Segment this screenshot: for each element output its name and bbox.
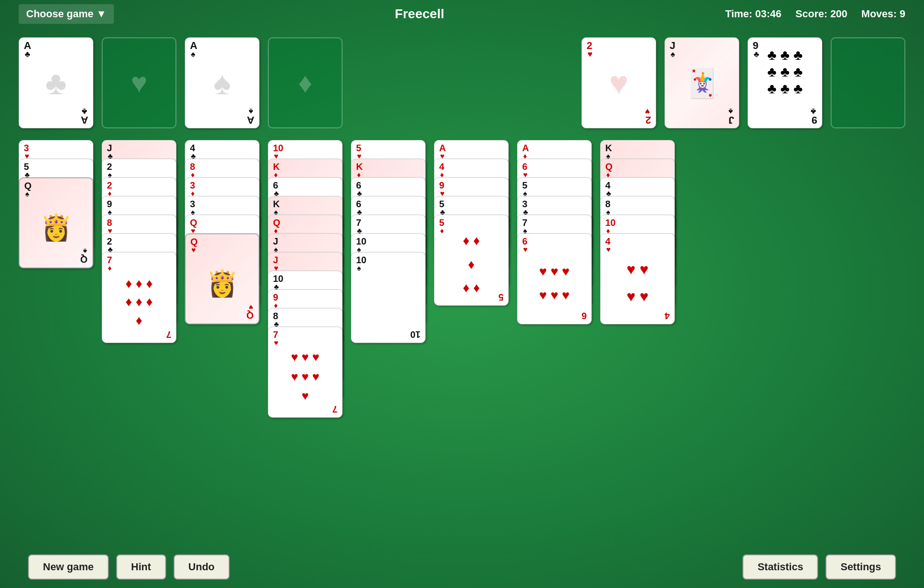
fc1-center: ♣ xyxy=(45,64,67,102)
column-7[interactable]: A ♦ 6 ♥ 5 ♠ 3 ♣ 7 ♠ 6 ♥ ♥ ♥ ♥♥ ♥ ♥ xyxy=(517,140,592,418)
card-c8-6[interactable]: 4 ♥ ♥ ♥♥ ♥ 4 xyxy=(600,233,675,324)
choose-game-button[interactable]: Choose game ▼ xyxy=(19,4,114,24)
column-6[interactable]: A ♥ 4 ♦ 9 ♥ 5 ♣ 5 ♦ ♦ ♦♦♦ ♦ 5 xyxy=(434,140,509,418)
fc3-suit-bot: ♠ xyxy=(249,107,253,116)
fc3-suit-top: ♠ xyxy=(191,50,196,58)
fc1-suit-bot: ♣ xyxy=(82,107,87,116)
f1-rank-bot: 2 xyxy=(645,115,651,125)
foundation-3[interactable]: 9 ♣ ♣ ♣ ♣♣ ♣ ♣♣ ♣ ♣ 9 ♣ xyxy=(748,37,822,128)
fc1-suit-top: ♣ xyxy=(25,50,30,58)
hint-button[interactable]: Hint xyxy=(116,554,166,580)
fc2-icon: ♥ xyxy=(131,67,147,99)
fc3-rank-bot: A xyxy=(247,115,254,125)
column-3[interactable]: 4 ♣ 8 ♦ 3 ♦ 3 ♠ Q ♥ Q ♥ 👸 xyxy=(185,140,259,418)
columns-row: 3 ♥ 5 ♣ Q ♠ 👸 Q ♠ J ♣ 2 ♠ xyxy=(19,140,905,418)
f1-suit-top: ♥ xyxy=(588,50,593,58)
card-c2-7[interactable]: 7 ♦ ♦ ♦ ♦♦ ♦ ♦♦ 7 xyxy=(102,252,176,343)
f2-face: 🃏 xyxy=(685,66,720,99)
fc4-icon: ♦ xyxy=(298,67,313,99)
settings-button[interactable]: Settings xyxy=(826,554,896,580)
f2-rank-bot: J xyxy=(728,115,734,125)
statistics-button[interactable]: Statistics xyxy=(742,554,818,580)
foundation-1[interactable]: 2 ♥ ♥ 2 ♥ xyxy=(581,37,656,128)
moves-display: Moves: 9 xyxy=(861,8,905,20)
foundation-4[interactable] xyxy=(831,37,905,128)
column-1[interactable]: 3 ♥ 5 ♣ Q ♠ 👸 Q ♠ xyxy=(19,140,93,418)
f1-center: ♥ xyxy=(609,64,629,102)
column-8[interactable]: K ♠ Q ♦ 4 ♣ 8 ♠ 10 ♦ 4 ♥ ♥ ♥♥ ♥ xyxy=(600,140,675,418)
card-c5-7[interactable]: 10 ♠ 10 xyxy=(351,252,426,343)
card-c3-6[interactable]: Q ♥ 👸 Q ♥ xyxy=(185,233,259,324)
header: Choose game ▼ Freecell Time: 03:46 Score… xyxy=(0,0,924,28)
stats-bar: Time: 03:46 Score: 200 Moves: 9 xyxy=(725,8,905,20)
f2-suit-top: ♠ xyxy=(671,50,675,58)
game-title: Freecell xyxy=(114,7,725,21)
footer-right-buttons: Statistics Settings xyxy=(742,554,896,580)
score-display: Score: 200 xyxy=(796,8,847,20)
fc1-rank-bot: A xyxy=(81,115,88,125)
freecell-2[interactable]: ♥ xyxy=(102,37,176,128)
f3-suit-top: ♣ xyxy=(754,50,759,58)
column-5[interactable]: 5 ♥ K ♦ 6 ♣ 6 ♣ 7 ♣ 10 ♠ ♠♠♠♠♠♠♠♠♠ xyxy=(351,140,426,418)
game-area: A ♣ ♣ A ♣ ♥ A ♠ ♠ A ♠ ♦ 2 ♥ ♥ 2 ♥ xyxy=(0,28,924,546)
f2-suit-bot: ♠ xyxy=(728,107,733,116)
fc3-center: ♠ xyxy=(213,64,231,102)
freecell-1[interactable]: A ♣ ♣ A ♣ xyxy=(19,37,93,128)
freecell-4[interactable]: ♦ xyxy=(268,37,343,128)
card-c6-5[interactable]: 5 ♦ ♦ ♦♦♦ ♦ 5 xyxy=(434,215,509,306)
undo-button[interactable]: Undo xyxy=(174,554,230,580)
foundation-2[interactable]: J ♠ 🃏 J ♠ xyxy=(665,37,739,128)
f3-suit-bot: ♣ xyxy=(811,107,816,116)
footer-left-buttons: New game Hint Undo xyxy=(28,554,230,580)
f1-suit-bot: ♥ xyxy=(645,107,650,116)
column-2[interactable]: J ♣ 2 ♠ 2 ♦ 9 ♠ 8 ♥ 2 ♣ xyxy=(102,140,176,418)
column-4[interactable]: 10 ♥ K ♦ 6 ♣ K ♠ Q ♦ J ♠ xyxy=(268,140,343,418)
top-row: A ♣ ♣ A ♣ ♥ A ♠ ♠ A ♠ ♦ 2 ♥ ♥ 2 ♥ xyxy=(19,37,905,131)
time-display: Time: 03:46 xyxy=(725,8,782,20)
card-c1-3[interactable]: Q ♠ 👸 Q ♠ xyxy=(19,177,93,268)
footer: New game Hint Undo Statistics Settings xyxy=(0,546,924,588)
card-c7-6[interactable]: 6 ♥ ♥ ♥ ♥♥ ♥ ♥ 6 xyxy=(517,233,592,324)
card-c4-11[interactable]: 7 ♥ ♥ ♥ ♥♥ ♥ ♥♥ 7 xyxy=(268,327,343,418)
new-game-button[interactable]: New game xyxy=(28,554,109,580)
f3-rank-bot: 9 xyxy=(812,115,817,125)
freecell-3[interactable]: A ♠ ♠ A ♠ xyxy=(185,37,259,128)
f3-pips: ♣ ♣ ♣♣ ♣ ♣♣ ♣ ♣ xyxy=(767,47,803,97)
